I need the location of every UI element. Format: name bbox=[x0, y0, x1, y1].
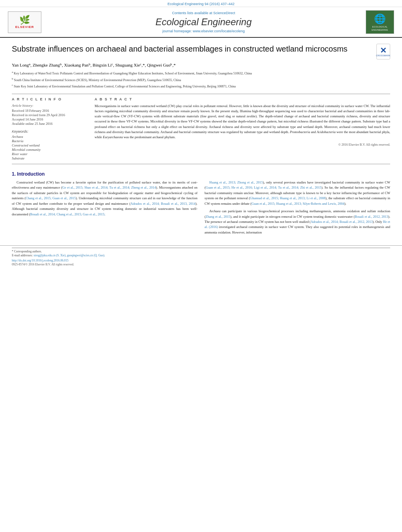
email-line: E-mail addresses: xiesg@pku.edu.cn (S. X… bbox=[12, 254, 390, 257]
email-label: E-mail addresses: bbox=[12, 254, 33, 257]
body-divider bbox=[12, 164, 390, 164]
section-divider bbox=[12, 94, 390, 94]
affil-text-a: Key Laboratory of Water/Soil Toxic Pollu… bbox=[14, 72, 252, 75]
ref-zhang-2015[interactable]: Zhang et al., 2015 bbox=[206, 215, 230, 219]
eco-logo-text: ECOLOGICAL ENGINEERING bbox=[367, 26, 393, 31]
top-bar: Ecological Engineering 94 (2016) 437–442 bbox=[0, 0, 402, 7]
crossmark-badge[interactable]: ✕ CrossMark bbox=[376, 44, 390, 59]
archaea-italic: Archaea bbox=[209, 209, 220, 213]
elsevier-logo: 🌿 ELSEVIER bbox=[8, 11, 41, 33]
affil-text-b: South China Institute of Environmental S… bbox=[14, 78, 181, 82]
ref-guan-he-ligi[interactable]: Guan et al., 2015; He et al., 2016; Ligi… bbox=[206, 185, 322, 189]
email-addresses: xiesg@pku.edu.cn (S. Xie), guoqingwei@sc… bbox=[34, 254, 105, 257]
article-title-section: Substrate influences on archaeal and bac… bbox=[12, 44, 390, 59]
keyword-archaea: Archaea bbox=[12, 135, 87, 139]
affil-text-c: State Key Joint Laboratory of Environmen… bbox=[14, 85, 236, 88]
contents-availability: Contents lists available at ScienceDirec… bbox=[41, 11, 366, 15]
history-revised: Received in revised form 29 April 2016 bbox=[12, 113, 87, 117]
keywords-heading: Keywords: bbox=[12, 130, 87, 133]
euryarchaeota-text: Euryarchaeota bbox=[103, 135, 123, 139]
intro-left-col: Constructed wetland (CW) has become a fa… bbox=[12, 180, 197, 237]
ref-chang-guan[interactable]: Chang et al., 2015; Guan et al., 2015 bbox=[26, 196, 76, 200]
journal-center: Contents lists available at ScienceDirec… bbox=[41, 11, 366, 33]
history-available: Available online 25 June 2016 bbox=[12, 122, 87, 126]
history-accepted: Accepted 14 June 2016 bbox=[12, 117, 87, 121]
doi-link[interactable]: http://dx.doi.org/10.1016/j.ecoleng.2016… bbox=[12, 259, 69, 262]
article-info-column: A R T I C L E I N F O Article history: R… bbox=[12, 97, 87, 161]
proteobacteria-text: Proteobacteria bbox=[290, 130, 310, 134]
affiliation-a: a Key Laboratory of Water/Soil Toxic Pol… bbox=[12, 70, 390, 76]
keyword-bacteria: Bacteria bbox=[12, 139, 87, 143]
homepage-url[interactable]: www.elsevier.com/locate/ecoleng bbox=[193, 29, 245, 33]
copyright-notice: © 2016 Elsevier B.V. All rights reserved… bbox=[95, 143, 390, 146]
ref-ghannad-huang[interactable]: Ghannad et al., 2015; Huang et al., 2013… bbox=[250, 196, 326, 200]
journal-header: 🌿 ELSEVIER Contents lists available at S… bbox=[0, 7, 402, 38]
ref-bouali-chang-guo[interactable]: Bouali et al., 2014; Chang et al., 2015;… bbox=[30, 212, 106, 216]
authors-line: Yan Longᵃ, Zhengke Zhangᵇ, Xiaokang Panᵇ… bbox=[12, 63, 390, 68]
issn-line: 0925-8574/© 2016 Elsevier B.V. All right… bbox=[12, 263, 390, 266]
main-content: Substrate influences on archaeal and bac… bbox=[0, 38, 402, 241]
keyword-substrate: Substrate bbox=[12, 156, 87, 160]
showed-text: showed bbox=[212, 119, 222, 123]
homepage-line: journal homepage: www.elsevier.com/locat… bbox=[41, 29, 366, 33]
introduction-section: 1. Introduction Constructed wetland (CW)… bbox=[12, 171, 390, 237]
section-number: 1. bbox=[12, 171, 16, 177]
globe-icon: 🌐 bbox=[374, 13, 386, 25]
ref-guan-huang-silyn[interactable]: Guan et al., 2015; Huang et al., 2013; S… bbox=[251, 202, 344, 206]
crossmark-icon: ✕ bbox=[380, 46, 387, 54]
doi-line: http://dx.doi.org/10.1016/j.ecoleng.2016… bbox=[12, 259, 390, 262]
abstract-column: A B S T R A C T Microorganisms in surfac… bbox=[95, 97, 390, 161]
ref-adrados-bouali[interactable]: Adrados et al., 2014; Bouali et al., 201… bbox=[130, 202, 195, 206]
keyword-river-water: River water bbox=[12, 152, 87, 156]
issn-text: 0925-8574/© 2016 Elsevier B.V. All right… bbox=[12, 263, 74, 266]
introduction-body: Constructed wetland (CW) has become a fa… bbox=[12, 180, 390, 237]
ref-bouali-2012[interactable]: Bouali et al., 2012, 2013 bbox=[355, 215, 388, 219]
history-received: Received 18 February 2016 bbox=[12, 109, 87, 113]
keyword-constructed-wetland: Constructed wetland bbox=[12, 143, 87, 147]
section-title: Introduction bbox=[17, 171, 45, 177]
keyword-microbial-community: Microbial community bbox=[12, 148, 87, 152]
ref-huang-zhong[interactable]: Huang et al., 2013; Zhong et al., 2015 bbox=[209, 180, 263, 184]
affil-sup-c: c bbox=[12, 83, 13, 87]
corresponding-note: * Corresponding authors. bbox=[12, 250, 390, 253]
article-title: Substrate influences on archaeal and bac… bbox=[12, 44, 376, 54]
article-info-heading: A R T I C L E I N F O bbox=[12, 97, 87, 101]
introduction-heading: 1. Introduction bbox=[12, 171, 390, 177]
affil-sup-b: b bbox=[12, 77, 13, 80]
footer-divider bbox=[12, 248, 390, 248]
crossmark-label: CrossMark bbox=[376, 54, 391, 57]
abstract-text: Microorganisms in surface water construc… bbox=[95, 104, 390, 140]
eco-engineering-logo: 🌐 ECOLOGICAL ENGINEERING bbox=[366, 10, 394, 34]
affiliation-b: b South China Institute of Environmental… bbox=[12, 77, 390, 83]
intro-para-left-1: Constructed wetland (CW) has become a fa… bbox=[12, 180, 197, 217]
ref-adrados-bouali-2014[interactable]: Adrados et al., 2014; Bouali et al., 201… bbox=[311, 220, 372, 224]
affiliation-c: c State Key Joint Laboratory of Environm… bbox=[12, 83, 390, 89]
intro-right-col: Huang et al., 2013; Zhong et al., 2015),… bbox=[205, 180, 390, 237]
acidobacteria-text: Acidobacteria bbox=[316, 130, 335, 134]
journal-title: Ecological Engineering bbox=[41, 17, 366, 28]
elsevier-brand-text: ELSEVIER bbox=[15, 25, 34, 29]
article-history-label: Article history: bbox=[12, 104, 87, 108]
ref-ge-2015[interactable]: Ge et al., 2015; Shao et al., 2014; Tu e… bbox=[62, 185, 156, 189]
journal-reference: Ecological Engineering 94 (2016) 437–442 bbox=[168, 2, 234, 6]
abstract-heading: A B S T R A C T bbox=[95, 97, 390, 101]
elsevier-tree-icon: 🌿 bbox=[19, 16, 30, 24]
sciencedirect-link[interactable]: ScienceDirect bbox=[213, 11, 235, 15]
affiliations: a Key Laboratory of Water/Soil Toxic Pol… bbox=[12, 70, 390, 89]
article-info-abstract-section: A R T I C L E I N F O Article history: R… bbox=[12, 97, 390, 161]
page-footer: * Corresponding authors. E-mail addresse… bbox=[0, 245, 402, 266]
corresponding-label: * Corresponding authors. bbox=[12, 250, 42, 253]
intro-para-right-2: Archaea can participate in various bioge… bbox=[205, 209, 390, 235]
affil-sup-a: a bbox=[12, 70, 13, 74]
intro-para-right-1: Huang et al., 2013; Zhong et al., 2015),… bbox=[205, 180, 390, 206]
